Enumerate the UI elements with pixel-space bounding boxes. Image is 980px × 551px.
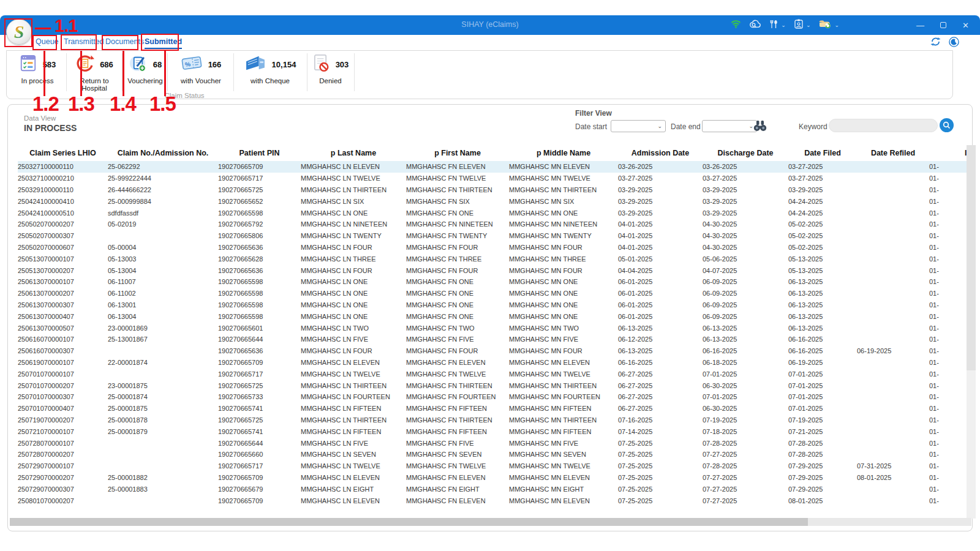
maximize-button[interactable] bbox=[940, 22, 946, 28]
tools-chevron-icon[interactable]: ⌄ bbox=[781, 22, 786, 28]
col-admission-date[interactable]: Admission Date bbox=[618, 145, 703, 161]
cell: 190270665741 bbox=[218, 403, 301, 414]
col-p-first-name[interactable]: p First Name bbox=[406, 145, 509, 161]
cell: MMGHAHSC LN TWELVE bbox=[301, 460, 406, 472]
cell: 250801070000207 bbox=[18, 495, 108, 506]
cell: 05-06-2025 bbox=[703, 253, 788, 264]
cell: 250502070000207 bbox=[18, 219, 108, 230]
cell: 01- bbox=[929, 264, 967, 276]
cell: 01- bbox=[929, 310, 967, 322]
cell: 250613070000407 bbox=[18, 310, 108, 322]
col-p-last-name[interactable]: p Last Name bbox=[301, 145, 406, 161]
table-row[interactable]: 250728070000107190270665644MMGHAHSC LN F… bbox=[18, 437, 967, 449]
table-row[interactable]: 25071907000020725-00001878190270665725MM… bbox=[18, 414, 967, 426]
table-row[interactable]: 25061307000020706-11002190270665598MMGHA… bbox=[18, 288, 967, 299]
col-truncated[interactable]: I bbox=[929, 145, 967, 161]
status-card-vouchering[interactable]: 68 Vouchering bbox=[123, 53, 167, 91]
table-row[interactable]: 250424100000510sdfdfassdf190270665598MMG… bbox=[18, 207, 967, 219]
status-card-denied[interactable]: 303 Denied bbox=[308, 53, 353, 91]
table-row[interactable]: 25050207000020705-02019190270665792MMGHA… bbox=[18, 219, 967, 230]
table-row[interactable]: 25061607000010725-13001867190270665644MM… bbox=[18, 334, 967, 345]
cell: MMGHAHSC LN ELEVEN bbox=[301, 472, 406, 484]
cell: MMGHAHSC MN THIRTEEN bbox=[509, 414, 618, 426]
sync-icon[interactable] bbox=[819, 20, 831, 31]
col-claim-series-lhio[interactable]: Claim Series LHIO bbox=[18, 145, 108, 161]
cell: 250616070000107 bbox=[18, 334, 108, 345]
cell: 06-13-2025 bbox=[703, 322, 788, 334]
table-row[interactable]: 25061307000030706-13001190270665598MMGHA… bbox=[18, 299, 967, 311]
table-row[interactable]: 25061907000010722-00001874190270665709MM… bbox=[18, 357, 967, 369]
table-row[interactable]: 250801070000207190270665709MMGHAHSC LN E… bbox=[18, 495, 967, 506]
keyword-input[interactable] bbox=[829, 119, 938, 132]
refresh-icon[interactable] bbox=[930, 37, 941, 50]
table-row[interactable]: 250616070000307190270665636MMGHAHSC LN F… bbox=[18, 345, 967, 357]
minimize-button[interactable]: — bbox=[916, 21, 924, 30]
table-row[interactable]: 25051307000020705-13004190270665636MMGHA… bbox=[18, 264, 967, 276]
cloud-search-icon[interactable] bbox=[750, 20, 761, 31]
tab-submitted[interactable]: Submitted bbox=[145, 37, 182, 49]
cell: MMGHAHSC MN EIGHT bbox=[509, 483, 618, 495]
tools-icon[interactable] bbox=[770, 20, 778, 31]
table-row[interactable]: 250728070000207190270665660MMGHAHSC LN S… bbox=[18, 449, 967, 460]
date-end-select[interactable]: ⌄ bbox=[702, 120, 757, 132]
col-p-middle-name[interactable]: p Middle Name bbox=[509, 145, 618, 161]
tab-documents[interactable]: Documents bbox=[105, 37, 144, 46]
cell: 07-01-2025 bbox=[788, 391, 857, 403]
binoculars-search-icon[interactable] bbox=[753, 119, 767, 134]
id-badge-chevron-icon[interactable]: ⌄ bbox=[806, 22, 811, 28]
table-row[interactable]: 25061307000010706-11007190270665598MMGHA… bbox=[18, 276, 967, 288]
table-row[interactable]: 25070107000030725-00001874190270665733MM… bbox=[18, 391, 967, 403]
tab-queue[interactable]: Queue bbox=[36, 37, 59, 46]
col-date-refiled[interactable]: Date Refiled bbox=[857, 145, 929, 161]
app-logo[interactable]: S bbox=[6, 19, 32, 45]
table-row[interactable]: 25050207000060705-00004190270665636MMGHA… bbox=[18, 242, 967, 253]
date-start-select[interactable]: ⌄ bbox=[611, 120, 666, 132]
table-row[interactable]: 25051307000010705-13003190270665628MMGHA… bbox=[18, 253, 967, 264]
close-button[interactable]: ✕ bbox=[962, 21, 969, 30]
cell: MMGHAHSC MN THIRTEEN bbox=[509, 184, 618, 196]
col-discharge-date[interactable]: Discharge Date bbox=[703, 145, 788, 161]
table-row[interactable]: 250729070000107190270665717MMGHAHSC LN T… bbox=[18, 460, 967, 472]
status-card-with-cheque[interactable]: 10,154 with Cheque bbox=[235, 53, 306, 91]
vertical-scrollbar-thumb[interactable] bbox=[967, 145, 976, 370]
cell: MMGHAHSC MN FOUR bbox=[509, 242, 618, 253]
dark-mode-moon-icon[interactable] bbox=[949, 37, 959, 50]
cell bbox=[857, 403, 929, 414]
cell: MMGHAHSC LN THIRTEEN bbox=[301, 380, 406, 391]
col-claim-no-admission-no[interactable]: Claim No./Admission No. bbox=[108, 145, 218, 161]
status-card-with-voucher[interactable]: % 166 with Voucher bbox=[168, 53, 233, 91]
vertical-scrollbar[interactable] bbox=[967, 145, 976, 519]
sync-chevron-icon[interactable]: ⌄ bbox=[834, 22, 839, 28]
table-row[interactable]: 25061307000040706-13004190270665598MMGHA… bbox=[18, 310, 967, 322]
table-row[interactable]: 25072907000020725-00001882190270665709MM… bbox=[18, 472, 967, 484]
cell: MMGHAHSC MN FIVE bbox=[509, 334, 618, 345]
table-row[interactable]: 250502070000307190270665806MMGHAHSC LN T… bbox=[18, 230, 967, 242]
table-row[interactable]: 25061307000050723-00001869190270665601MM… bbox=[18, 322, 967, 334]
search-button[interactable] bbox=[940, 118, 954, 132]
cell: MMGHAHSC LN FOUR bbox=[301, 264, 406, 276]
col-patient-pin[interactable]: Patient PIN bbox=[218, 145, 301, 161]
cell: 25-00001883 bbox=[108, 483, 218, 495]
horizontal-scrollbar-thumb[interactable] bbox=[10, 518, 808, 526]
table-row[interactable]: 250701070000107190270665717MMGHAHSC LN T… bbox=[18, 368, 967, 380]
table-row[interactable]: 25042410000041025-000999884190270665652M… bbox=[18, 195, 967, 207]
horizontal-scrollbar[interactable] bbox=[10, 518, 971, 526]
table-row[interactable]: 25032710000011025-062292190270665709MMGH… bbox=[18, 161, 967, 173]
table-row[interactable]: 25070107000020723-00001875190270665725MM… bbox=[18, 380, 967, 391]
status-card-in-process[interactable]: 583 In process bbox=[10, 53, 64, 91]
cell: sdfdfassdf bbox=[108, 207, 218, 219]
table-row[interactable]: 25032710000021025-999222444190270665717M… bbox=[18, 173, 967, 184]
table-row[interactable]: 25032910000011026-444666222190270665725M… bbox=[18, 184, 967, 196]
id-badge-icon[interactable] bbox=[794, 19, 803, 31]
table-row[interactable]: 25070107000040725-00001875190270665741MM… bbox=[18, 403, 967, 414]
table-row[interactable]: 25072107000010725-00001879190270665741MM… bbox=[18, 425, 967, 437]
col-date-filed[interactable]: Date Filed bbox=[788, 145, 857, 161]
cell: 190270665636 bbox=[218, 242, 301, 253]
cell: MMGHAHSC FN ELEVEN bbox=[406, 495, 509, 506]
status-card-return-to-hospital[interactable]: 686 Return to Hospital bbox=[67, 53, 121, 91]
table-row[interactable]: 25072907000030725-00001883190270665679MM… bbox=[18, 483, 967, 495]
cell: 05-13004 bbox=[108, 264, 218, 276]
cell: 07-25-2025 bbox=[618, 472, 703, 484]
cell: 01- bbox=[929, 242, 967, 253]
tab-transmitted[interactable]: Transmitted bbox=[64, 37, 104, 46]
